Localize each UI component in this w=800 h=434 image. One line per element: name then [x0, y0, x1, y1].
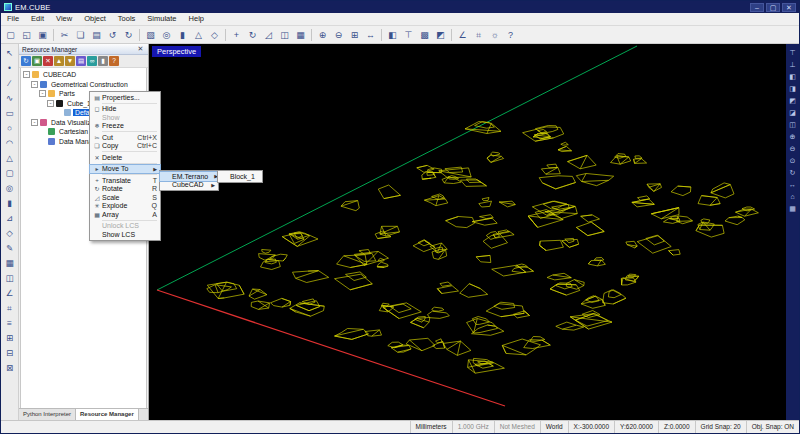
- layers-icon[interactable]: ≡: [2, 315, 17, 330]
- menu-file[interactable]: File: [1, 13, 25, 25]
- context-item-scale[interactable]: ◿ScaleS: [90, 193, 160, 202]
- move-down-icon[interactable]: ▼: [65, 56, 75, 66]
- context-item-em-terrano[interactable]: EM.Terrano▶: [160, 172, 218, 181]
- top-view-icon[interactable]: ⊤: [401, 27, 416, 42]
- iso-view-icon[interactable]: ◧: [385, 27, 400, 42]
- link-icon[interactable]: ∞: [87, 56, 97, 66]
- pyramid-icon[interactable]: ◇: [2, 225, 17, 240]
- mirror-tool-icon[interactable]: ◫: [2, 270, 17, 285]
- view-front-icon[interactable]: ◩: [787, 94, 798, 105]
- context-item-delete[interactable]: ✕Delete: [90, 153, 160, 162]
- properties-node-icon[interactable]: ▤: [76, 56, 86, 66]
- sphere-primitive-icon[interactable]: ◎: [159, 27, 174, 42]
- zoom-fit-icon[interactable]: ⊞: [347, 27, 362, 42]
- view-bottom-icon[interactable]: ⊥: [787, 58, 798, 69]
- context-item-explode[interactable]: ✳ExplodeQ: [90, 202, 160, 211]
- zoom-out-view-icon[interactable]: ⊖: [787, 142, 798, 153]
- curve-icon[interactable]: ∿: [2, 90, 17, 105]
- panel-tab-resource-manager[interactable]: Resource Manager: [76, 409, 139, 420]
- delete-node-icon[interactable]: ✕: [43, 56, 53, 66]
- view-back-icon[interactable]: ◪: [787, 106, 798, 117]
- scale-icon[interactable]: ◿: [261, 27, 276, 42]
- context-item-copy[interactable]: ❏CopyCtrl+C: [90, 142, 160, 151]
- polygon-primitive-icon[interactable]: ◇: [207, 27, 222, 42]
- tree-expander[interactable]: -: [39, 90, 46, 97]
- cut-icon[interactable]: ✂: [57, 27, 72, 42]
- tree-expander[interactable]: -: [23, 71, 30, 78]
- select-icon[interactable]: ↖: [2, 45, 17, 60]
- paste-icon[interactable]: ▤: [89, 27, 104, 42]
- mesh-view-icon[interactable]: ▦: [787, 202, 798, 213]
- box-primitive-icon[interactable]: ▧: [143, 27, 158, 42]
- grid-tool-icon[interactable]: ⌗: [2, 300, 17, 315]
- box-icon[interactable]: ▢: [2, 165, 17, 180]
- context-item-properties-[interactable]: ▤Properties...: [90, 93, 160, 102]
- home-view-icon[interactable]: ⌂: [787, 190, 798, 201]
- tree-expander[interactable]: -: [31, 81, 38, 88]
- viewport-canvas[interactable]: [149, 44, 786, 420]
- menu-simulate[interactable]: Simulate: [141, 13, 182, 25]
- tree-node-cubecad[interactable]: -CUBECAD: [21, 70, 146, 80]
- redo-icon[interactable]: ↻: [121, 27, 136, 42]
- cylinder-icon[interactable]: ▮: [2, 195, 17, 210]
- undo-icon[interactable]: ↺: [105, 27, 120, 42]
- save-tree-icon[interactable]: ▣: [32, 56, 42, 66]
- pan-view-icon[interactable]: ↔: [787, 178, 798, 189]
- wireframe-icon[interactable]: ▩: [417, 27, 432, 42]
- array-icon[interactable]: ▦: [293, 27, 308, 42]
- view-right-icon[interactable]: ◨: [787, 82, 798, 93]
- zoom-in-icon[interactable]: ⊕: [315, 27, 330, 42]
- zoom-out-icon[interactable]: ⊖: [331, 27, 346, 42]
- menu-view[interactable]: View: [50, 13, 78, 25]
- wedge-icon[interactable]: ⊿: [2, 210, 17, 225]
- rotate-icon[interactable]: ↻: [245, 27, 260, 42]
- refresh-icon[interactable]: ↻: [21, 56, 31, 66]
- zoom-extents-icon[interactable]: ⊙: [787, 154, 798, 165]
- measure-icon[interactable]: ∠: [455, 27, 470, 42]
- context-item-show-lcs[interactable]: Show LCS: [90, 230, 160, 239]
- new-file-icon[interactable]: ▢: [3, 27, 18, 42]
- settings-icon[interactable]: ☼: [487, 27, 502, 42]
- arc-icon[interactable]: ◠: [2, 135, 17, 150]
- union-icon[interactable]: ⊞: [2, 330, 17, 345]
- tree-node-geometrical-construction[interactable]: -Geometrical Construction: [21, 80, 146, 90]
- sphere-icon[interactable]: ◎: [2, 180, 17, 195]
- copy-icon[interactable]: ❏: [73, 27, 88, 42]
- array-tool-icon[interactable]: ▦: [2, 255, 17, 270]
- menu-object[interactable]: Object: [78, 13, 112, 25]
- move-up-icon[interactable]: ▲: [54, 56, 64, 66]
- help-node-icon[interactable]: ?: [109, 56, 119, 66]
- tree-expander[interactable]: -: [47, 100, 54, 107]
- grid-icon[interactable]: ⌗: [471, 27, 486, 42]
- mirror-icon[interactable]: ◫: [277, 27, 292, 42]
- panel-tab-python-interpreter[interactable]: Python Interpreter: [19, 409, 76, 420]
- context-item-block-1[interactable]: Block_1: [218, 172, 262, 181]
- intersect-icon[interactable]: ⊠: [2, 360, 17, 375]
- orbit-icon[interactable]: ↻: [787, 166, 798, 177]
- cylinder-primitive-icon[interactable]: ▮: [175, 27, 190, 42]
- menu-edit[interactable]: Edit: [25, 13, 50, 25]
- point-icon[interactable]: •: [2, 60, 17, 75]
- rect-icon[interactable]: ▭: [2, 105, 17, 120]
- context-item-cubecad[interactable]: CubeCAD▶: [160, 181, 218, 190]
- pan-icon[interactable]: ↔: [363, 27, 378, 42]
- view-top-icon[interactable]: ⊤: [787, 46, 798, 57]
- help-icon[interactable]: ?: [503, 27, 518, 42]
- angle-icon[interactable]: ∠: [2, 285, 17, 300]
- context-item-hide[interactable]: ◻Hide: [90, 105, 160, 114]
- close-button[interactable]: ✕: [782, 3, 796, 12]
- cone-primitive-icon[interactable]: △: [191, 27, 206, 42]
- context-item-freeze[interactable]: ❄Freeze: [90, 122, 160, 131]
- tree-expander[interactable]: -: [31, 119, 38, 126]
- save-icon[interactable]: ▣: [35, 27, 50, 42]
- open-file-icon[interactable]: ◱: [19, 27, 34, 42]
- minimize-button[interactable]: –: [750, 3, 764, 12]
- move-icon[interactable]: +: [229, 27, 244, 42]
- shaded-icon[interactable]: ◩: [433, 27, 448, 42]
- subtract-icon[interactable]: ⊟: [2, 345, 17, 360]
- maximize-button[interactable]: ▢: [766, 3, 780, 12]
- context-item-array[interactable]: ▦ArrayA: [90, 210, 160, 219]
- context-item-translate[interactable]: +TranslateT: [90, 176, 160, 185]
- context-item-move-to[interactable]: ▸Move To▶: [90, 165, 160, 174]
- panel-close-icon[interactable]: ✕: [136, 45, 145, 53]
